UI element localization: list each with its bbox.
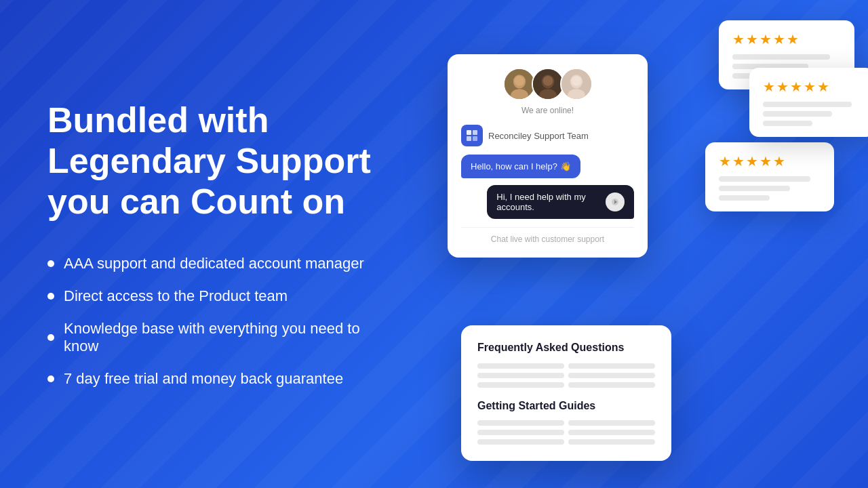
guide-title: Getting Started Guides bbox=[477, 400, 655, 412]
review-line bbox=[763, 102, 852, 107]
left-section: Bundled with Legendary Support you can C… bbox=[0, 60, 420, 428]
faq-content bbox=[477, 363, 655, 388]
faq-line bbox=[568, 382, 655, 388]
features-list: AAA support and dedicated account manage… bbox=[47, 255, 380, 388]
faq-card: Frequently Asked Questions Getting Start… bbox=[461, 325, 671, 461]
guide-line bbox=[568, 430, 655, 435]
svg-point-11 bbox=[571, 76, 581, 86]
guide-lines bbox=[477, 420, 655, 445]
review-lines-2 bbox=[763, 102, 861, 126]
main-headline: Bundled with Legendary Support you can C… bbox=[47, 100, 380, 222]
faq-line bbox=[568, 363, 655, 369]
feature-item-3: Knowledge base with everything you need … bbox=[47, 320, 380, 355]
review-line bbox=[719, 195, 770, 201]
svg-rect-15 bbox=[473, 136, 477, 141]
review-line bbox=[732, 54, 830, 60]
feature-text-1: AAA support and dedicated account manage… bbox=[64, 255, 364, 272]
review-line bbox=[763, 111, 832, 117]
review-card-2: ★★★★★ bbox=[749, 68, 868, 137]
guide-line bbox=[477, 420, 564, 426]
faq-line bbox=[477, 373, 564, 378]
feature-text-3: Knowledge base with everything you need … bbox=[64, 320, 380, 355]
svg-rect-13 bbox=[473, 130, 477, 135]
review-line bbox=[719, 176, 810, 182]
stars-1: ★★★★★ bbox=[732, 31, 841, 47]
chat-input[interactable]: Chat live with customer support bbox=[461, 227, 634, 244]
agent-avatar-3 bbox=[560, 68, 593, 100]
svg-rect-12 bbox=[467, 130, 471, 135]
support-icon bbox=[461, 125, 483, 146]
guide-row bbox=[477, 430, 655, 435]
support-team-name: Reconciley Support Team bbox=[488, 131, 589, 141]
guide-line bbox=[477, 430, 564, 435]
review-lines-3 bbox=[719, 176, 821, 201]
review-line bbox=[763, 121, 812, 126]
user-message: Hi, I need help with my accounts. bbox=[487, 185, 634, 219]
page: Bundled with Legendary Support you can C… bbox=[0, 0, 868, 488]
online-status: We are online! bbox=[461, 106, 634, 115]
agent-avatars bbox=[461, 68, 634, 100]
stars-2: ★★★★★ bbox=[763, 79, 861, 95]
svg-point-7 bbox=[542, 76, 553, 86]
right-section: We are online! Reconciley Support Team H… bbox=[420, 0, 868, 488]
guide-line bbox=[568, 420, 655, 426]
guide-row bbox=[477, 439, 655, 445]
feature-text-2: Direct access to the Product team bbox=[64, 287, 288, 305]
bullet-dot-3 bbox=[47, 334, 54, 341]
faq-title: Frequently Asked Questions bbox=[477, 342, 655, 354]
agent-avatar-2 bbox=[532, 68, 564, 100]
bullet-dot-4 bbox=[47, 375, 54, 382]
guide-row bbox=[477, 420, 655, 426]
faq-line bbox=[477, 363, 564, 369]
feature-item-2: Direct access to the Product team bbox=[47, 287, 380, 305]
feature-item-1: AAA support and dedicated account manage… bbox=[47, 255, 380, 272]
feature-text-4: 7 day free trial and money back guarante… bbox=[64, 370, 343, 388]
feature-item-4: 7 day free trial and money back guarante… bbox=[47, 370, 380, 388]
svg-point-3 bbox=[514, 76, 524, 86]
svg-rect-14 bbox=[467, 136, 471, 141]
agent-avatar-1 bbox=[503, 68, 536, 100]
bot-message: Hello, how can I help? 👋 bbox=[461, 155, 580, 178]
bullet-dot-1 bbox=[47, 260, 54, 267]
faq-line bbox=[568, 373, 655, 378]
review-line bbox=[719, 186, 790, 191]
bullet-dot-2 bbox=[47, 293, 54, 300]
support-team-label: Reconciley Support Team bbox=[461, 125, 634, 146]
stars-3: ★★★★★ bbox=[719, 153, 821, 169]
send-button[interactable] bbox=[606, 192, 625, 211]
review-card-3: ★★★★★ bbox=[705, 142, 834, 211]
guide-line bbox=[568, 439, 655, 445]
chat-card: We are online! Reconciley Support Team H… bbox=[448, 54, 648, 258]
guide-line bbox=[477, 439, 564, 445]
faq-line bbox=[477, 382, 564, 388]
user-message-text: Hi, I need help with my accounts. bbox=[496, 192, 600, 212]
